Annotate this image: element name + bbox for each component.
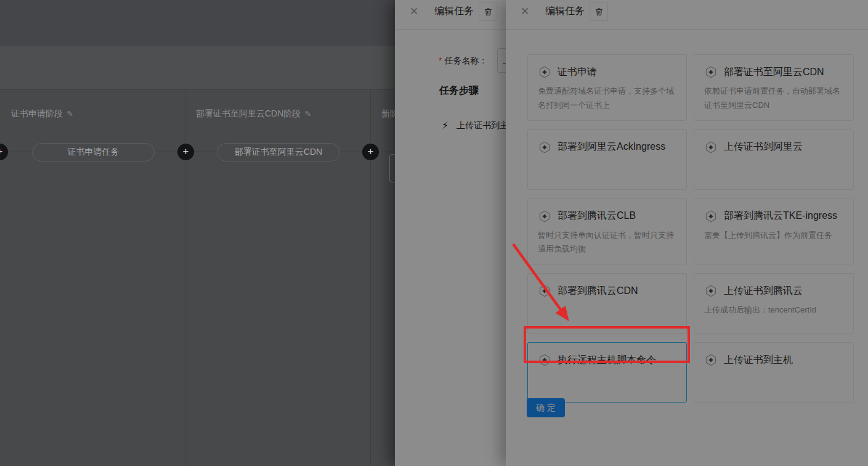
task-node-cert-request[interactable]: 证书申请任务	[32, 143, 155, 161]
add-stage-icon[interactable]: +	[177, 144, 194, 160]
stage-name: 部署证书至阿里云CDN阶段	[196, 108, 301, 118]
edit-stage-icon[interactable]: ✎	[67, 109, 73, 118]
edit-task-drawer-back: ✕ 编辑任务 *任务名称： 任务步骤 ⚡ 上传证书到主机	[395, 0, 868, 466]
stage-title: 证书申请阶段✎	[11, 108, 73, 120]
stage-title: 部署证书至阿里云CDN阶段✎	[196, 108, 311, 120]
drawer-dim-mask	[395, 0, 868, 466]
add-stage-icon[interactable]: +	[0, 144, 8, 160]
task-node-deploy-cdn[interactable]: 部署证书至阿里云CDN	[217, 143, 340, 161]
edit-stage-icon[interactable]: ✎	[304, 109, 311, 118]
add-stage-icon[interactable]: +	[362, 144, 379, 160]
app-root: 证书申请阶段✎ 部署证书至阿里云CDN阶段✎ 新阶段 证书申请任务 部署证书至阿…	[0, 0, 868, 466]
stage-name: 证书申请阶段	[11, 108, 63, 118]
